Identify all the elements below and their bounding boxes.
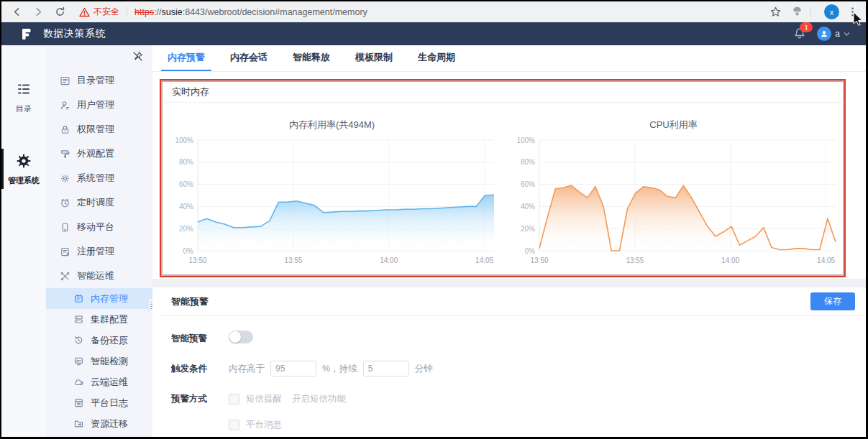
sidebar-item-label: 系统管理 bbox=[77, 172, 114, 185]
svg-text:100%: 100% bbox=[516, 137, 535, 144]
duration-input[interactable] bbox=[363, 361, 409, 376]
trigger-prefix: 内存高于 bbox=[229, 361, 265, 376]
app-logo-icon[interactable] bbox=[20, 27, 34, 41]
section-title: 智能预警 bbox=[171, 295, 209, 308]
sidebar-item-platform-log[interactable]: 平台日志 bbox=[46, 392, 152, 413]
checkbox-platform[interactable] bbox=[229, 420, 239, 430]
sidebar-item-memory-mgmt[interactable]: 内存管理 bbox=[46, 288, 152, 309]
active-indicator bbox=[1, 149, 4, 189]
log-icon bbox=[73, 397, 84, 408]
restore-icon bbox=[73, 335, 84, 346]
sidebar-item-appearance-config[interactable]: 外观配置 bbox=[46, 142, 152, 166]
sidebar-item-catalog-mgmt[interactable]: 目录管理 bbox=[46, 68, 152, 93]
sidebar-item-user-mgmt[interactable]: 用户管理 bbox=[46, 93, 152, 117]
tab-memory-session[interactable]: 内存会话 bbox=[224, 45, 274, 71]
chevron-down-icon bbox=[844, 31, 850, 37]
svg-text:0%: 0% bbox=[183, 247, 193, 255]
sidebar-item-label: 注册管理 bbox=[77, 245, 114, 258]
alert-method-platform: 平台消息 bbox=[229, 417, 346, 433]
smart-alert-toggle[interactable] bbox=[229, 331, 253, 343]
tab-memory-alert[interactable]: 内存预警 bbox=[161, 45, 211, 71]
gear-icon bbox=[16, 153, 32, 171]
warning-triangle-icon bbox=[79, 7, 90, 17]
user-icon bbox=[60, 100, 70, 111]
section-gap bbox=[152, 279, 866, 287]
sidebar-item-label: 内存管理 bbox=[91, 292, 128, 305]
browser-profile-avatar[interactable]: x bbox=[824, 4, 839, 19]
sidebar-item-system-mgmt[interactable]: 系统管理 bbox=[46, 166, 152, 190]
sidebar-item-label: 权限管理 bbox=[77, 123, 114, 136]
extension-icon[interactable] bbox=[791, 6, 803, 18]
user-menu[interactable]: a bbox=[817, 27, 850, 41]
svg-text:14:05: 14:05 bbox=[475, 257, 493, 264]
sidebar-item-label: 平台日志 bbox=[91, 397, 128, 410]
sidebar-item-label: 定时调度 bbox=[77, 196, 114, 209]
svg-text:14:00: 14:00 bbox=[721, 257, 739, 264]
lock-icon bbox=[60, 124, 70, 135]
sidebar-item-registration-mgmt[interactable]: 注册管理 bbox=[46, 239, 152, 264]
svg-text:40%: 40% bbox=[520, 203, 534, 211]
svg-text:80%: 80% bbox=[520, 158, 534, 166]
user-name: a bbox=[835, 29, 840, 39]
enable-sms-link[interactable]: 开启短信功能 bbox=[292, 391, 346, 407]
tab-smart-release[interactable]: 智能释放 bbox=[286, 45, 337, 71]
reload-icon[interactable] bbox=[54, 6, 66, 18]
sidebar-item-schedule[interactable]: 定时调度 bbox=[46, 190, 152, 215]
tab-bar: 内存预警内存会话智能释放模板限制生命周期 bbox=[152, 45, 866, 72]
sidebar-item-label: 智能检测 bbox=[91, 355, 128, 368]
svg-text:0%: 0% bbox=[524, 247, 535, 255]
bookmark-star-icon[interactable] bbox=[769, 6, 782, 18]
svg-text:14:05: 14:05 bbox=[817, 257, 835, 264]
folder-export-icon bbox=[73, 418, 84, 429]
sidebar-item-mobile-platform[interactable]: 移动平台 bbox=[46, 215, 152, 239]
sidebar: 目录管理用户管理权限管理外观配置系统管理定时调度移动平台注册管理智能运维内存管理… bbox=[46, 45, 152, 437]
svg-text:13:55: 13:55 bbox=[284, 257, 302, 264]
sidebar-item-label: 集群配置 bbox=[91, 313, 128, 326]
notification-badge: 1 bbox=[800, 22, 813, 32]
svg-text:60%: 60% bbox=[178, 180, 193, 188]
trigger-suffix: 分钟 bbox=[415, 361, 433, 376]
rail-item-directory[interactable]: 目录 bbox=[1, 71, 46, 123]
checkbox-sms[interactable] bbox=[229, 394, 239, 405]
sidebar-item-auth-mgmt[interactable]: 权限管理 bbox=[46, 117, 152, 142]
sidebar-item-smart-detection[interactable]: 智能检测 bbox=[46, 351, 152, 371]
forward-icon[interactable] bbox=[32, 6, 45, 18]
rail-item-management[interactable]: 管理系统 bbox=[1, 143, 46, 195]
sidebar-item-intelligent-ops[interactable]: 智能运维 bbox=[46, 264, 152, 288]
sidebar-item-cluster-config[interactable]: 集群配置 bbox=[46, 309, 152, 330]
memory-icon bbox=[73, 293, 84, 304]
main-content: 内存预警内存会话智能释放模板限制生命周期 实时内存 内存利用率(共494M) 0… bbox=[152, 45, 866, 437]
app-header: 数据决策系统 1 a bbox=[1, 22, 866, 45]
screen: 不安全 https://susie:8443/webroot/decision#… bbox=[0, 0, 868, 439]
chart-title: CPU利用率 bbox=[649, 119, 697, 131]
security-warning[interactable]: 不安全 bbox=[79, 6, 119, 18]
svg-text:13:55: 13:55 bbox=[626, 257, 644, 264]
list-icon bbox=[16, 81, 32, 99]
sidebar-item-label: 目录管理 bbox=[77, 74, 114, 87]
rail-item-label: 管理系统 bbox=[8, 175, 40, 186]
sidebar-item-cloud-ops[interactable]: 云端运维 bbox=[46, 371, 152, 392]
svg-text:20%: 20% bbox=[178, 225, 193, 233]
save-button[interactable]: 保存 bbox=[810, 292, 855, 310]
smart-alert-toggle-label: 智能预警 bbox=[171, 331, 229, 346]
document-icon bbox=[60, 246, 70, 257]
sidebar-item-label: 外观配置 bbox=[77, 147, 114, 160]
sidebar-item-label: 资源迁移 bbox=[91, 417, 128, 430]
sidebar-item-label: 云端运维 bbox=[91, 376, 128, 389]
sidebar-item-backup-restore[interactable]: 备份还原 bbox=[46, 330, 152, 351]
memory-threshold-input[interactable] bbox=[270, 361, 316, 376]
toolbar-separator bbox=[127, 6, 127, 17]
memory-utilization-chart: 内存利用率(共494M) 0%20%40%60%80%100%13:5013:5… bbox=[161, 119, 503, 270]
sidebar-item-label: 用户管理 bbox=[77, 98, 114, 111]
svg-text:20%: 20% bbox=[520, 225, 534, 233]
address-bar[interactable]: https://susie:8443/webroot/decision#mana… bbox=[134, 7, 367, 17]
browser-menu-icon[interactable] bbox=[846, 6, 859, 18]
tab-lifecycle[interactable]: 生命周期 bbox=[411, 45, 462, 71]
tab-template-limit[interactable]: 模板限制 bbox=[349, 45, 399, 71]
back-icon[interactable] bbox=[11, 6, 23, 18]
gear-outline-icon bbox=[60, 173, 70, 184]
notification-bell-icon[interactable]: 1 bbox=[792, 27, 807, 41]
sidebar-item-resource-migration[interactable]: 资源迁移 bbox=[46, 413, 152, 434]
svg-text:40%: 40% bbox=[178, 203, 193, 211]
unpin-icon[interactable] bbox=[132, 50, 144, 63]
